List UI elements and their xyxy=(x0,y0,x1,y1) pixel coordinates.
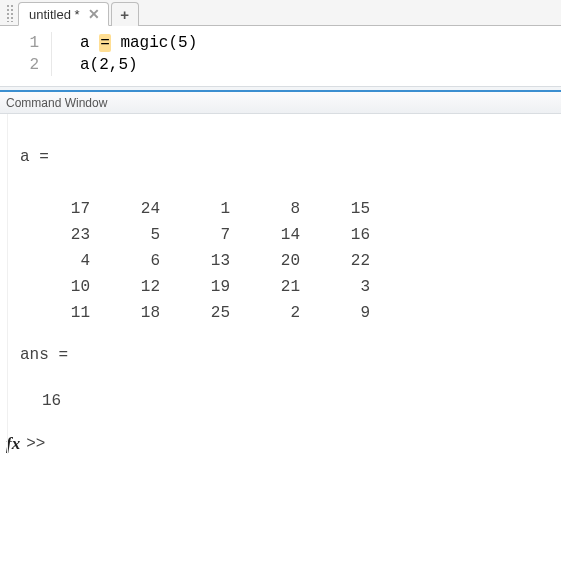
matrix-cell: 12 xyxy=(112,274,182,300)
code-line[interactable]: a = magic(5) xyxy=(80,32,197,54)
matrix-cell: 24 xyxy=(112,196,182,222)
cw-gutter-line xyxy=(7,114,8,454)
matrix-cell: 18 xyxy=(112,300,182,326)
editor-tab-bar: untitled * ✕ + xyxy=(0,0,561,26)
matrix-cell: 21 xyxy=(252,274,322,300)
command-window-title: Command Window xyxy=(0,92,561,114)
matrix-cell: 20 xyxy=(252,248,322,274)
matrix-cell: 7 xyxy=(182,222,252,248)
tab-untitled[interactable]: untitled * ✕ xyxy=(18,2,109,26)
matrix-cell: 2 xyxy=(252,300,322,326)
matrix-cell: 25 xyxy=(182,300,252,326)
matrix-row: 17241815 xyxy=(42,196,561,222)
blank-line xyxy=(10,168,561,190)
matrix-row: 46132022 xyxy=(42,248,561,274)
matrix-cell: 5 xyxy=(112,222,182,248)
close-icon[interactable]: ✕ xyxy=(88,7,100,21)
line-number: 2 xyxy=(0,54,39,76)
variable-header: a = xyxy=(10,146,561,168)
matrix-row: 101219213 xyxy=(42,274,561,300)
matrix-output: 1724181523571416461320221012192131118252… xyxy=(42,196,561,326)
matrix-cell: 13 xyxy=(182,248,252,274)
prompt-row[interactable]: fx >> xyxy=(10,434,561,454)
matrix-cell: 10 xyxy=(42,274,112,300)
code-text: magic(5) xyxy=(111,34,197,52)
matrix-cell: 15 xyxy=(322,196,392,222)
matrix-cell: 17 xyxy=(42,196,112,222)
code-text: a(2,5) xyxy=(80,56,138,74)
matrix-cell: 4 xyxy=(42,248,112,274)
fx-icon[interactable]: fx xyxy=(6,434,20,454)
ans-value: 16 xyxy=(10,388,561,414)
matrix-cell: 19 xyxy=(182,274,252,300)
matrix-cell: 3 xyxy=(322,274,392,300)
matrix-cell: 16 xyxy=(322,222,392,248)
plus-icon: + xyxy=(120,6,129,23)
matrix-row: 23571416 xyxy=(42,222,561,248)
blank-line xyxy=(10,124,561,146)
code-editor[interactable]: 12 a = magic(5)a(2,5) xyxy=(0,26,561,86)
drag-handle-icon[interactable] xyxy=(6,4,14,22)
matrix-cell: 14 xyxy=(252,222,322,248)
new-tab-button[interactable]: + xyxy=(111,2,139,26)
matrix-cell: 8 xyxy=(252,196,322,222)
line-number-gutter: 12 xyxy=(0,32,52,76)
matrix-cell: 22 xyxy=(322,248,392,274)
code-area[interactable]: a = magic(5)a(2,5) xyxy=(52,32,197,76)
command-prompt: >> xyxy=(26,435,45,453)
blank-line xyxy=(10,366,561,388)
tab-label: untitled * xyxy=(29,7,80,22)
equals-warning: = xyxy=(99,34,111,52)
command-window[interactable]: a = 172418152357141646132022101219213111… xyxy=(0,114,561,454)
code-line[interactable]: a(2,5) xyxy=(80,54,197,76)
matrix-cell: 9 xyxy=(322,300,392,326)
matrix-row: 11182529 xyxy=(42,300,561,326)
code-text: a xyxy=(80,34,99,52)
line-number: 1 xyxy=(0,32,39,54)
ans-header: ans = xyxy=(10,344,561,366)
matrix-cell: 23 xyxy=(42,222,112,248)
matrix-cell: 1 xyxy=(182,196,252,222)
matrix-cell: 11 xyxy=(42,300,112,326)
matrix-cell: 6 xyxy=(112,248,182,274)
